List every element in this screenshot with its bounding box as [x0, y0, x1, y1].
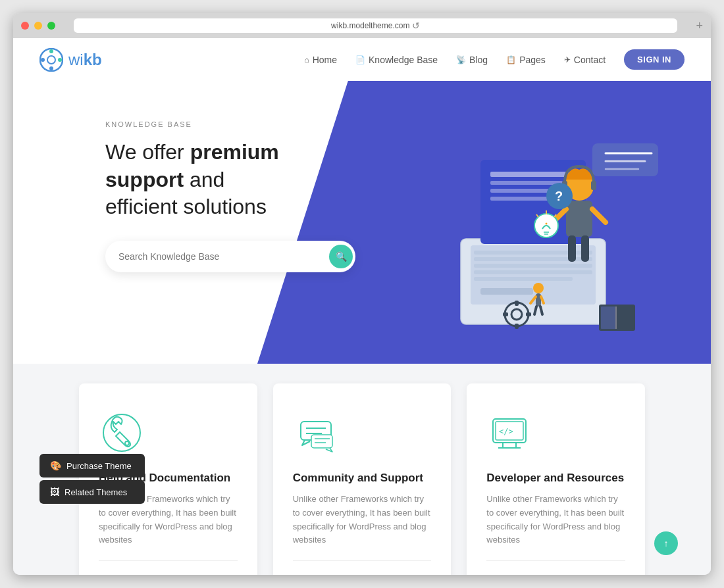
- svg-rect-18: [490, 197, 550, 201]
- svg-rect-26: [591, 181, 596, 190]
- svg-point-50: [533, 283, 544, 293]
- arrow-icon-2: »: [339, 574, 344, 575]
- svg-rect-23: [568, 235, 576, 262]
- address-bar[interactable]: wikb.modeltheme.com ↺: [74, 18, 677, 33]
- svg-rect-12: [474, 277, 573, 281]
- nav-knowledge-base[interactable]: 📄 Knowledge Base: [355, 55, 438, 65]
- card-1-divider: [99, 560, 238, 561]
- purchase-icon: 🎨: [50, 460, 61, 471]
- illustration-svg: ?: [395, 94, 671, 344]
- card-3-text: Unlike other Frameworks which try to cov…: [486, 493, 625, 547]
- svg-rect-36: [592, 143, 658, 176]
- logo-icon: [39, 48, 63, 72]
- card-2-text: Unlike other Frameworks which try to cov…: [293, 493, 432, 547]
- svg-rect-24: [581, 235, 589, 262]
- card-2-read-more[interactable]: Read More »: [293, 574, 432, 575]
- card-developer: </> Developer and Resources Unlike other…: [467, 383, 645, 575]
- svg-rect-42: [515, 301, 519, 306]
- hero-title: We offer premium support and efficient s…: [105, 139, 329, 221]
- related-themes-button[interactable]: 🖼 Related Themes: [39, 480, 145, 504]
- search-bar: 🔍: [105, 241, 355, 272]
- svg-text:</>: </>: [499, 427, 513, 436]
- hero-section: KNOWLEDGE BASE We offer premium support …: [13, 81, 711, 364]
- svg-rect-44: [503, 312, 508, 316]
- minimize-dot[interactable]: [34, 22, 42, 30]
- search-icon: 🔍: [336, 251, 347, 262]
- svg-point-5: [58, 58, 62, 62]
- scroll-up-icon: ↑: [664, 538, 669, 549]
- home-icon: ⌂: [304, 55, 309, 64]
- logo[interactable]: wikb: [39, 48, 102, 72]
- arrow-icon: »: [145, 574, 150, 575]
- card-3-title: Developer and Resources: [486, 472, 625, 485]
- sign-in-button[interactable]: SIGN IN: [624, 49, 685, 70]
- main-nav: ⌂ Home 📄 Knowledge Base 📡 Blog 📋 Pages ✈: [304, 49, 685, 70]
- svg-point-3: [49, 66, 53, 70]
- browser-window: wikb.modeltheme.com ↺ + wikb: [13, 13, 711, 575]
- svg-text:?: ?: [555, 189, 563, 203]
- wrench-gear-icon: [99, 410, 145, 456]
- arrow-icon-3: »: [533, 574, 538, 575]
- svg-rect-11: [474, 270, 592, 274]
- card-3-divider: [486, 560, 625, 561]
- close-dot[interactable]: [21, 22, 29, 30]
- kb-icon: 📄: [355, 55, 365, 64]
- svg-rect-61: [311, 435, 332, 448]
- site-header: wikb ⌂ Home 📄 Knowledge Base 📡 Blog 📋: [13, 38, 711, 81]
- blog-icon: 📡: [456, 55, 466, 64]
- svg-rect-47: [601, 306, 617, 329]
- svg-rect-13: [480, 288, 533, 295]
- hero-illustration: ?: [395, 94, 671, 344]
- nav-contact[interactable]: ✈ Contact: [564, 55, 606, 65]
- svg-point-2: [49, 49, 53, 53]
- svg-rect-43: [515, 324, 519, 329]
- card-community: Community and Support Unlike other Frame…: [273, 383, 452, 575]
- purchase-theme-button[interactable]: 🎨 Purchase Theme: [39, 454, 145, 478]
- logo-text: wikb: [68, 51, 102, 69]
- svg-point-1: [47, 56, 55, 64]
- maximize-dot[interactable]: [47, 22, 55, 30]
- card-1-read-more[interactable]: Read More »: [99, 574, 238, 575]
- related-icon: 🖼: [50, 487, 59, 497]
- floating-buttons: 🎨 Purchase Theme 🖼 Related Themes: [39, 454, 145, 504]
- svg-rect-20: [566, 201, 592, 237]
- chat-bubbles-icon: [293, 410, 339, 456]
- card-3-read-more[interactable]: Read More »: [486, 574, 625, 575]
- nav-home[interactable]: ⌂ Home: [304, 55, 337, 65]
- pages-icon: 📋: [506, 55, 516, 64]
- svg-point-57: [125, 441, 129, 445]
- browser-titlebar: wikb.modeltheme.com ↺ +: [13, 13, 711, 38]
- svg-rect-10: [474, 264, 592, 268]
- scroll-top-button[interactable]: ↑: [654, 531, 678, 555]
- new-tab-icon[interactable]: +: [696, 19, 703, 33]
- contact-icon: ✈: [564, 55, 571, 64]
- hero-content: KNOWLEDGE BASE We offer premium support …: [13, 81, 355, 299]
- card-2-divider: [293, 560, 432, 561]
- svg-rect-51: [536, 293, 541, 306]
- url-text: wikb.modeltheme.com: [331, 21, 409, 30]
- svg-rect-16: [490, 181, 563, 185]
- svg-rect-48: [618, 306, 633, 329]
- search-button[interactable]: 🔍: [329, 245, 353, 268]
- code-monitor-icon: </>: [486, 410, 532, 456]
- refresh-icon[interactable]: ↺: [412, 20, 420, 31]
- svg-line-22: [592, 209, 606, 222]
- card-2-title: Community and Support: [293, 472, 432, 485]
- nav-pages[interactable]: 📋 Pages: [506, 55, 546, 65]
- search-input[interactable]: [118, 251, 329, 262]
- nav-blog[interactable]: 📡 Blog: [456, 55, 488, 65]
- hero-label: KNOWLEDGE BASE: [105, 120, 329, 128]
- svg-point-30: [546, 223, 548, 225]
- svg-point-4: [41, 58, 45, 62]
- svg-rect-15: [490, 172, 576, 177]
- svg-rect-45: [526, 312, 531, 316]
- site-content: wikb ⌂ Home 📄 Knowledge Base 📡 Blog 📋: [13, 38, 711, 575]
